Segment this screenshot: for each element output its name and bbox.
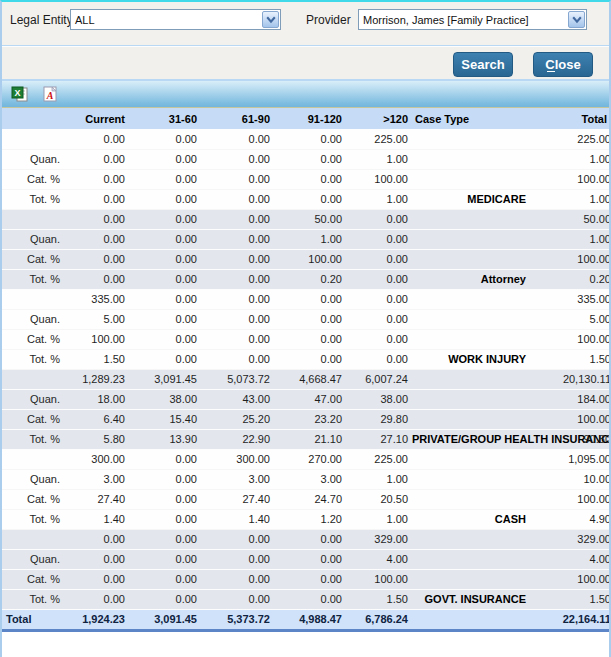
value-cell: 0.00 xyxy=(127,209,199,229)
case-type-cell xyxy=(410,209,528,229)
value-cell: 4.90 xyxy=(528,509,611,529)
value-cell: 1.00 xyxy=(528,149,611,169)
legal-entity-value: ALL xyxy=(71,14,261,26)
value-cell: 0.00 xyxy=(127,329,199,349)
value-cell: 1,289.23 xyxy=(62,369,127,389)
value-cell: 1,095.00 xyxy=(528,449,611,469)
value-cell: 29.80 xyxy=(344,409,410,429)
case-type-cell: WORK INJURY xyxy=(410,349,528,369)
value-cell: 3,091.45 xyxy=(127,369,199,389)
value-cell: 43.00 xyxy=(199,389,272,409)
value-cell: 1.00 xyxy=(344,509,410,529)
value-cell: 1.00 xyxy=(272,229,344,249)
table-row: Tot. %1.400.001.401.201.00CASH4.90 xyxy=(2,509,611,529)
value-cell: 0.00 xyxy=(272,289,344,309)
value-cell: 0.00 xyxy=(272,189,344,209)
value-cell: 0.00 xyxy=(199,149,272,169)
value-cell: 6,007.24 xyxy=(344,369,410,389)
value-cell: 1.00 xyxy=(528,229,611,249)
pdf-export-icon[interactable]: A xyxy=(41,85,59,103)
value-cell: 1.50 xyxy=(344,589,410,609)
value-cell: 20,130.11 xyxy=(528,369,611,389)
case-type-cell xyxy=(410,149,528,169)
action-panel: Search Close xyxy=(2,46,609,81)
excel-export-icon[interactable]: X xyxy=(11,85,29,103)
value-cell: 1,924.23 xyxy=(62,609,127,630)
case-type-cell: CASH xyxy=(410,509,528,529)
value-cell: 0.20 xyxy=(528,269,611,289)
case-type-cell: PRIVATE/GROUP HEALTH INSURANCE PLAN xyxy=(410,429,528,449)
case-type-cell xyxy=(410,229,528,249)
value-cell: 0.00 xyxy=(62,169,127,189)
table-row: Tot. %1.500.000.000.000.00WORK INJURY1.5… xyxy=(2,349,611,369)
case-type-cell xyxy=(410,129,528,149)
value-cell: 1.50 xyxy=(62,349,127,369)
case-type-cell xyxy=(410,489,528,509)
value-cell: 1.50 xyxy=(528,349,611,369)
value-cell: 0.00 xyxy=(199,569,272,589)
case-type-cell xyxy=(410,409,528,429)
value-cell: 100.00 xyxy=(528,249,611,269)
row-label-cell: Tot. % xyxy=(2,509,62,529)
chevron-down-icon[interactable] xyxy=(568,11,585,28)
value-cell: 24.70 xyxy=(272,489,344,509)
row-label-cell xyxy=(2,289,62,309)
legal-entity-select[interactable]: ALL xyxy=(70,9,281,30)
table-row: 0.000.000.000.00329.00329.00 xyxy=(2,529,611,549)
value-cell: 0.00 xyxy=(199,549,272,569)
value-cell: 0.00 xyxy=(344,249,410,269)
value-cell: 0.00 xyxy=(199,229,272,249)
case-type-cell: MEDICARE xyxy=(410,189,528,209)
filter-panel: Legal Entity ALL Provider Morrison, Jame… xyxy=(2,2,609,46)
value-cell: 5.80 xyxy=(62,429,127,449)
table-row: 0.000.000.000.00225.00225.00 xyxy=(2,129,611,149)
value-cell: 0.00 xyxy=(272,149,344,169)
case-type-cell xyxy=(410,249,528,269)
value-cell: 27.40 xyxy=(199,489,272,509)
value-cell: 100.00 xyxy=(528,409,611,429)
value-cell: 0.00 xyxy=(199,289,272,309)
value-cell: 0.00 xyxy=(127,169,199,189)
value-cell: 0.00 xyxy=(272,529,344,549)
table-row: Cat. %0.000.000.000.00100.00100.00 xyxy=(2,169,611,189)
value-cell: 5,073.72 xyxy=(199,369,272,389)
value-cell: 25.20 xyxy=(199,409,272,429)
value-cell: 15.40 xyxy=(127,409,199,429)
search-button[interactable]: Search xyxy=(453,52,513,77)
value-cell: 0.00 xyxy=(272,589,344,609)
value-cell: 0.00 xyxy=(62,189,127,209)
aging-report-table: Current31-6061-9091-120>120Case TypeTota… xyxy=(2,108,611,632)
row-label-cell: Quan. xyxy=(2,229,62,249)
value-cell: 13.90 xyxy=(127,429,199,449)
value-cell: 0.00 xyxy=(272,569,344,589)
value-cell: 0.00 xyxy=(62,229,127,249)
column-header xyxy=(2,108,62,129)
case-type-cell xyxy=(410,389,528,409)
table-row: Quan.0.000.000.001.000.001.00 xyxy=(2,229,611,249)
chevron-down-icon[interactable] xyxy=(262,11,279,28)
value-cell: 21.10 xyxy=(272,429,344,449)
value-cell: 0.00 xyxy=(127,149,199,169)
value-cell: 0.00 xyxy=(62,129,127,149)
value-cell: 3,091.45 xyxy=(127,609,199,630)
value-cell: 3.00 xyxy=(272,469,344,489)
value-cell: 0.00 xyxy=(199,529,272,549)
value-cell: 225.00 xyxy=(344,449,410,469)
table-row: Quan.0.000.000.000.001.001.00 xyxy=(2,149,611,169)
value-cell: 0.00 xyxy=(272,169,344,189)
table-row: Quan.0.000.000.000.004.004.00 xyxy=(2,549,611,569)
value-cell: 0.00 xyxy=(344,329,410,349)
value-cell: 0.00 xyxy=(199,209,272,229)
close-button[interactable]: Close xyxy=(533,52,593,77)
provider-select[interactable]: Morrison, James [Family Practice] xyxy=(358,9,587,30)
value-cell: 38.00 xyxy=(344,389,410,409)
table-row: Cat. %27.400.0027.4024.7020.50100.00 xyxy=(2,489,611,509)
value-cell: 0.00 xyxy=(127,469,199,489)
value-cell: 100.00 xyxy=(62,329,127,349)
value-cell: 0.00 xyxy=(344,289,410,309)
value-cell: 50.00 xyxy=(272,209,344,229)
row-label-cell: Tot. % xyxy=(2,189,62,209)
row-label-cell: Quan. xyxy=(2,149,62,169)
value-cell: 0.00 xyxy=(199,269,272,289)
case-type-cell xyxy=(410,329,528,349)
